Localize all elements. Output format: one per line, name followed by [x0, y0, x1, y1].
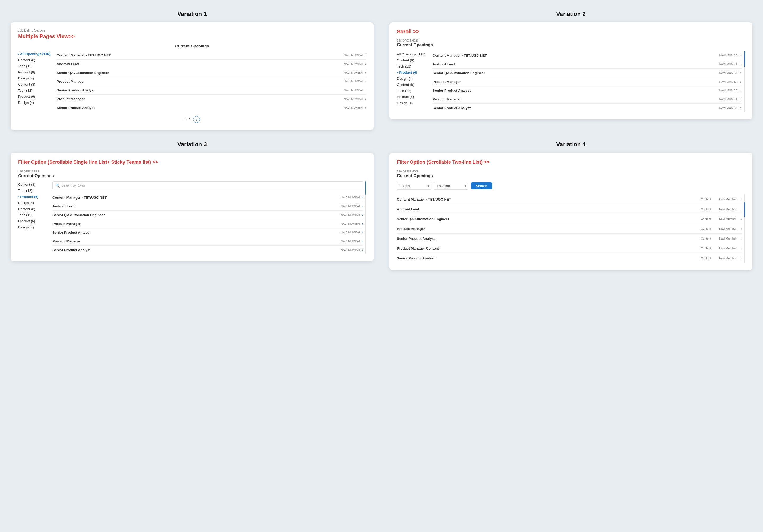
job-title: Product Manager [433, 97, 719, 101]
job-title: Senior QA Automation Engineer [433, 71, 719, 75]
job-title: Senior Product Analyst [433, 88, 719, 92]
v1-sidebar-item[interactable]: Content (8) [18, 57, 50, 63]
v4-openings-count: 118 OPENINGS [397, 170, 745, 173]
table-row[interactable]: Product Manager NAVI MUMBAI › [433, 77, 741, 86]
v1-sidebar-item[interactable]: Tech (12) [18, 87, 50, 93]
chevron-right-icon: › [362, 213, 363, 217]
table-row[interactable]: Content Manager - TET/UGC NET NAVI MUMBA… [57, 51, 366, 59]
chevron-right-icon: › [365, 53, 366, 57]
table-row[interactable]: Senior Product Analyst NAVI MUMBAI › [53, 246, 363, 254]
v3-sidebar-item[interactable]: Design (4) [18, 224, 47, 230]
search-placeholder: Search by Roles [61, 184, 85, 187]
table-row[interactable]: Senior Product Analyst NAVI MUMBAI › [57, 86, 366, 95]
table-row[interactable]: Content Manager - TET/UGC NET NAVI MUMBA… [433, 51, 741, 60]
v4-scrollbar[interactable] [744, 194, 745, 263]
v3-main-wrap: 🔍 Search by Roles Content Manager - TET/… [53, 181, 366, 254]
v1-sidebar-item[interactable]: • All Openings (116) [18, 51, 50, 57]
v1-sidebar-item[interactable]: Product (6) [18, 69, 50, 75]
chevron-right-icon: › [365, 62, 366, 66]
v3-sidebar: Content (8) Tech (12) • Product (6) Desi… [18, 181, 47, 254]
job-title: Android Lead [57, 62, 344, 66]
job-title: Product Manager [57, 79, 344, 83]
table-row[interactable]: Senior QA Automation Engineer Content Na… [397, 214, 742, 224]
v2-content: All Openings (118) Content (8) Tech (12)… [397, 51, 745, 112]
v3-heading-red: Filter Option (Scrollable Single line Li… [18, 159, 366, 165]
table-row[interactable]: Product Manager NAVI MUMBAI › [53, 237, 363, 246]
table-row[interactable]: Product Manager Content Navi Mumbai › [397, 224, 742, 234]
v1-sidebar-item[interactable]: Design (4) [18, 100, 50, 106]
job-location: NAVI MUMBAI [344, 80, 363, 83]
variation-4-card: Filter Option (Scrollable Two-line List)… [389, 153, 752, 270]
job-location: NAVI MUMBAI [719, 97, 738, 101]
v3-sidebar-item[interactable]: Content (8) [18, 206, 47, 212]
table-row[interactable]: Senior Product Analyst NAVI MUMBAI › [433, 86, 741, 95]
v1-sidebar-item[interactable]: Design (4) [18, 75, 50, 81]
v3-sidebar-item[interactable]: Content (8) [18, 181, 47, 187]
table-row[interactable]: Product Manager NAVI MUMBAI › [57, 95, 366, 103]
search-button[interactable]: Search [471, 182, 492, 189]
table-row[interactable]: Senior QA Automation Engineer NAVI MUMBA… [57, 68, 366, 77]
table-row[interactable]: Product Manager NAVI MUMBAI › [433, 95, 741, 104]
v2-sidebar-item[interactable]: All Openings (118) [397, 51, 427, 57]
table-row[interactable]: Android Lead NAVI MUMBAI › [433, 60, 741, 69]
v4-jobs-list: Content Manager - TET/UGC NET Content Na… [397, 194, 742, 263]
v3-sidebar-item[interactable]: Product (6) [18, 218, 47, 224]
chevron-right-icon: › [740, 71, 741, 75]
v3-main: 🔍 Search by Roles Content Manager - TET/… [53, 181, 363, 254]
v3-sidebar-item[interactable]: • Product (6) [18, 194, 47, 200]
job-title: Senior Product Analyst [53, 248, 341, 252]
chevron-right-icon: › [362, 222, 363, 226]
table-row[interactable]: Content Manager - TET/UGC NET Content Na… [397, 194, 742, 204]
job-location: NAVI MUMBAI [719, 89, 738, 92]
v3-scrollbar[interactable] [365, 181, 366, 254]
v2-scrollbar[interactable] [744, 51, 745, 112]
search-icon: 🔍 [55, 183, 60, 187]
job-title: Product Manager [397, 227, 698, 231]
job-location: NAVI MUMBAI [341, 248, 360, 252]
v3-sidebar-item[interactable]: Tech (12) [18, 212, 47, 218]
table-row[interactable]: Product Manager Content Content Navi Mum… [397, 244, 742, 253]
job-location: NAVI MUMBAI [344, 106, 363, 109]
next-page-button[interactable]: › [193, 116, 200, 123]
table-row[interactable]: Senior Product Analyst NAVI MUMBAI › [433, 104, 741, 112]
job-title: Product Manager [433, 80, 719, 84]
v3-sidebar-item[interactable]: Design (4) [18, 200, 47, 206]
table-row[interactable]: Senior QA Automation Engineer NAVI MUMBA… [53, 211, 363, 219]
page-1-label[interactable]: 1 [184, 118, 186, 122]
v2-sidebar-item[interactable]: Design (4) [397, 100, 427, 106]
job-title: Content Manager - TET/UGC NET [57, 53, 344, 57]
table-row[interactable]: Content Manager - TET/UGC NET NAVI MUMBA… [53, 193, 363, 202]
v3-sidebar-item[interactable]: Tech (12) [18, 187, 47, 194]
v1-sidebar-item[interactable]: Tech (12) [18, 63, 50, 69]
v3-search-bar[interactable]: 🔍 Search by Roles [53, 181, 363, 189]
v1-sidebar-item[interactable]: Product (6) [18, 93, 50, 100]
job-location: Navi Mumbai [719, 237, 736, 240]
v1-section-title: Current Openings [18, 44, 366, 48]
v1-sidebar-item[interactable]: Content (8) [18, 81, 50, 87]
table-row[interactable]: Android Lead NAVI MUMBAI › [53, 202, 363, 211]
location-select[interactable]: Location [434, 182, 468, 190]
table-row[interactable]: Product Manager NAVI MUMBAI › [53, 219, 363, 228]
table-row[interactable]: Android Lead Content Navi Mumbai › [397, 204, 742, 214]
page-2-label[interactable]: 2 [189, 118, 190, 122]
table-row[interactable]: Senior Product Analyst Content Navi Mumb… [397, 234, 742, 244]
table-row[interactable]: Senior Product Analyst Content Navi Mumb… [397, 253, 742, 263]
v2-sidebar-item[interactable]: • Product (6) [397, 69, 427, 75]
v2-sidebar-item[interactable]: Tech (12) [397, 63, 427, 69]
teams-select[interactable]: Teams [397, 182, 431, 190]
v2-sidebar-item[interactable]: Content (8) [397, 57, 427, 63]
chevron-right-icon: › [365, 70, 366, 75]
table-row[interactable]: Senior Product Analyst NAVI MUMBAI › [57, 103, 366, 112]
table-row[interactable]: Product Manager NAVI MUMBAI › [57, 77, 366, 86]
v2-sidebar-item[interactable]: Product (6) [397, 94, 427, 100]
v2-sidebar-item[interactable]: Tech (12) [397, 88, 427, 94]
v2-sidebar-item[interactable]: Content (8) [397, 82, 427, 88]
v1-heading-red: Multiple Pages View>> [18, 33, 366, 40]
table-row[interactable]: Senior Product Analyst NAVI MUMBAI › [53, 228, 363, 237]
table-row[interactable]: Android Lead NAVI MUMBAI › [57, 59, 366, 68]
chevron-right-icon: › [741, 207, 742, 211]
v2-sidebar-item[interactable]: Design (4) [397, 75, 427, 82]
table-row[interactable]: Senior QA Automation Engineer NAVI MUMBA… [433, 69, 741, 77]
v1-content: • All Openings (116) Content (8) Tech (1… [18, 51, 366, 112]
job-title: Senior Product Analyst [397, 256, 698, 260]
